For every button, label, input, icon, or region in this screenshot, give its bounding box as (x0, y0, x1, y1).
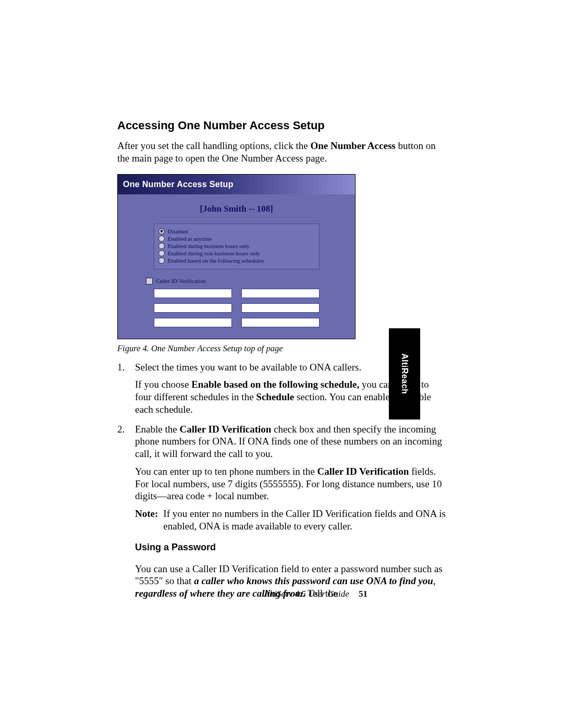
caller-id-input[interactable] (241, 318, 320, 327)
footer-guide-title: AltiServ 4.5 User Guide (264, 589, 349, 599)
radio-icon (158, 250, 165, 256)
caller-id-input[interactable] (241, 289, 320, 298)
radio-label: Enabled based on the following schedules (168, 257, 264, 264)
caller-id-input[interactable] (154, 303, 232, 313)
radio-schedules[interactable]: Enabled based on the following schedules (158, 257, 315, 264)
intro-paragraph: After you set the call handling options,… (117, 140, 446, 165)
page-footer: AltiServ 4.5 User Guide 51 (117, 589, 368, 599)
ona-setup-screenshot: One Number Access Setup [John Smith -- 1… (117, 174, 356, 339)
intro-text-bold: One Number Access (310, 140, 395, 151)
note-label: Note: (135, 508, 158, 533)
step2-detail: You can enter up to ten phone numbers in… (135, 465, 446, 502)
radio-anytime[interactable]: Enabled at anytime (158, 236, 315, 242)
intro-text-pre: After you set the call handling options,… (117, 140, 310, 151)
footer-page-number: 51 (359, 589, 368, 599)
radio-icon (158, 228, 165, 235)
radio-non-business-hours[interactable]: Enabled during non-business hours only (158, 250, 315, 256)
section-heading: Accessing One Number Access Setup (117, 119, 446, 132)
radio-label: Enabled during non-business hours only (168, 250, 260, 256)
radio-disabled[interactable]: Disabled (158, 228, 315, 235)
section-tab: AltiReach (389, 328, 420, 419)
caller-id-input[interactable] (241, 303, 320, 313)
step1-text: Select the times you want to be availabl… (135, 362, 361, 373)
caller-id-input[interactable] (154, 318, 232, 327)
caller-id-fields (125, 289, 348, 327)
radio-label: Enabled at anytime (168, 236, 212, 242)
screenshot-banner: One Number Access Setup (118, 175, 355, 194)
radio-icon (158, 257, 165, 264)
subsection-heading: Using a Password (135, 542, 446, 553)
note-text: If you enter no numbers in the Caller ID… (163, 508, 446, 533)
caller-id-label: Caller ID Verification (156, 278, 206, 284)
radio-business-hours[interactable]: Enabled during business hours only (158, 243, 315, 249)
radio-label: Enabled during business hours only (168, 243, 250, 249)
note: Note: If you enter no numbers in the Cal… (135, 508, 446, 533)
screenshot-user: [John Smith -- 108] (125, 204, 348, 214)
checkbox-icon (146, 278, 153, 285)
radio-icon (158, 243, 165, 249)
schedule-options-box: Disabled Enabled at anytime Enabled duri… (154, 224, 320, 269)
step-2: Enable the Caller ID Verification check … (117, 423, 446, 533)
section-tab-label: AltiReach (400, 353, 409, 394)
radio-icon (158, 236, 165, 242)
screenshot-body: [John Smith -- 108] Disabled Enabled at … (118, 194, 355, 339)
radio-label: Disabled (168, 228, 188, 235)
caller-id-input[interactable] (154, 289, 232, 298)
caller-id-checkbox-row[interactable]: Caller ID Verification (146, 278, 348, 285)
